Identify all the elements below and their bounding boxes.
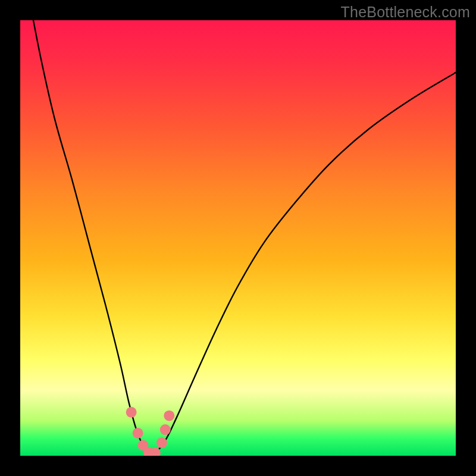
sweet-spot-marker [164,411,174,421]
plot-area [20,20,456,456]
chart-svg [20,20,456,456]
sweet-spot-marker [126,407,137,418]
sweet-spot-marker [160,424,171,435]
bottleneck-curve [33,20,456,456]
sweet-spot-markers [126,407,175,456]
sweet-spot-marker [156,437,167,448]
sweet-spot-marker [133,428,143,439]
watermark-text: TheBottleneck.com [341,4,470,21]
chart-frame: TheBottleneck.com [0,0,476,476]
